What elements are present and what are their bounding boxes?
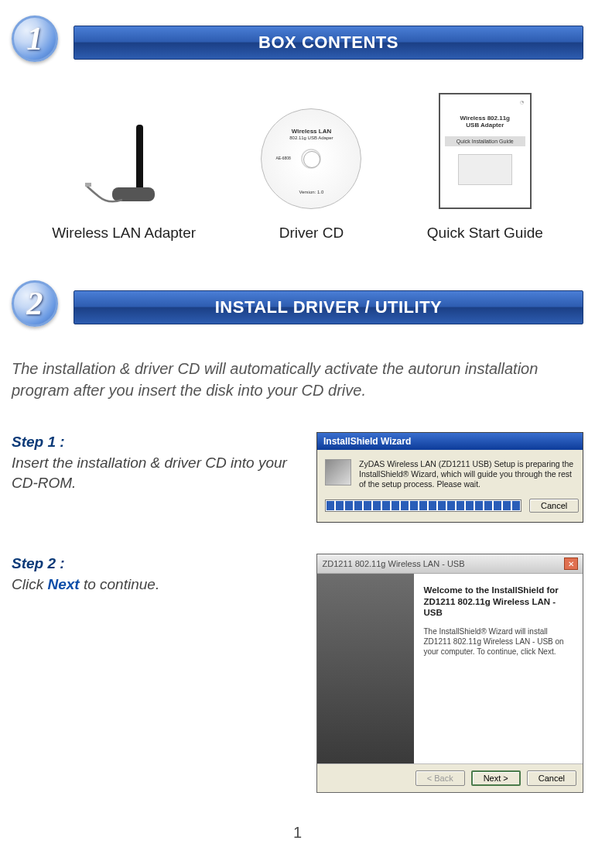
step-1-row: Step 1 : Insert the installation & drive…	[12, 432, 583, 523]
dialog2-heading: Welcome to the InstallShield for ZD1211 …	[423, 585, 573, 618]
section-2-header: 2 INSTALL DRIVER / UTILITY	[12, 280, 583, 335]
dialog2-title-text: ZD1211 802.11g Wireless LAN - USB	[322, 559, 464, 568]
badge-1-number: 1	[27, 20, 43, 57]
step-2-next-word: Next	[47, 576, 79, 592]
dialog2-body-text: The InstallShield® Wizard will install Z…	[423, 626, 573, 657]
wizard-sidebar-image	[317, 574, 414, 763]
item-guide: ◔ Wireless 802.11g USB Adapter Quick Ins…	[427, 93, 543, 242]
cancel-button[interactable]: Cancel	[529, 499, 579, 513]
cancel-button-2[interactable]: Cancel	[527, 770, 576, 786]
intro-paragraph: The installation & driver CD will automa…	[12, 358, 583, 401]
dialog2-titlebar: ZD1211 802.11g Wireless LAN - USB ✕	[317, 554, 583, 574]
dialog1-body-text: ZyDAS Wireless LAN (ZD1211 USB) Setup is…	[359, 459, 575, 489]
cd-label: Driver CD	[279, 225, 344, 242]
step-2-label: Step 2 :	[12, 555, 65, 571]
item-cd: Wireless LAN 802.11g USB Adaper AE-6808 …	[261, 108, 361, 242]
cd-illustration: Wireless LAN 802.11g USB Adaper AE-6808 …	[261, 108, 361, 209]
guide-illustration: ◔ Wireless 802.11g USB Adapter Quick Ins…	[439, 93, 532, 209]
progress-bar	[325, 499, 521, 512]
svg-rect-0	[85, 183, 91, 187]
page-number: 1	[12, 824, 583, 842]
install-wizard-dialog: ZD1211 802.11g Wireless LAN - USB ✕ Welc…	[316, 554, 583, 793]
title-install-driver: INSTALL DRIVER / UTILITY	[74, 290, 583, 324]
step-1-text: Step 1 : Insert the installation & drive…	[12, 432, 293, 523]
back-button[interactable]: < Back	[415, 770, 465, 786]
step-2-after: to continue.	[80, 576, 160, 592]
title-box-contents: BOX CONTENTS	[74, 26, 583, 60]
step-1-body: Insert the installation & driver CD into…	[12, 455, 287, 492]
adapter-illustration	[77, 124, 170, 209]
badge-2: 2	[12, 280, 66, 335]
step-2-before: Click	[12, 576, 47, 592]
installshield-prepare-dialog: InstallShield Wizard ZyDAS Wireless LAN …	[316, 432, 583, 523]
section-1-header: 1 BOX CONTENTS	[12, 15, 583, 70]
box-contents-row: Wireless LAN Adapter Wireless LAN 802.11…	[19, 93, 576, 242]
badge-2-number: 2	[27, 285, 43, 322]
step-2-text: Step 2 : Click Next to continue.	[12, 554, 293, 793]
guide-label: Quick Start Guide	[427, 225, 543, 242]
close-icon[interactable]: ✕	[564, 558, 578, 570]
badge-1: 1	[12, 15, 66, 70]
step-1-label: Step 1 :	[12, 434, 65, 450]
adapter-label: Wireless LAN Adapter	[52, 225, 196, 242]
installshield-icon	[325, 459, 351, 485]
dialog1-title: InstallShield Wizard	[317, 433, 583, 450]
step-2-row: Step 2 : Click Next to continue. ZD1211 …	[12, 554, 583, 793]
next-button[interactable]: Next >	[471, 770, 521, 786]
item-adapter: Wireless LAN Adapter	[52, 124, 196, 242]
